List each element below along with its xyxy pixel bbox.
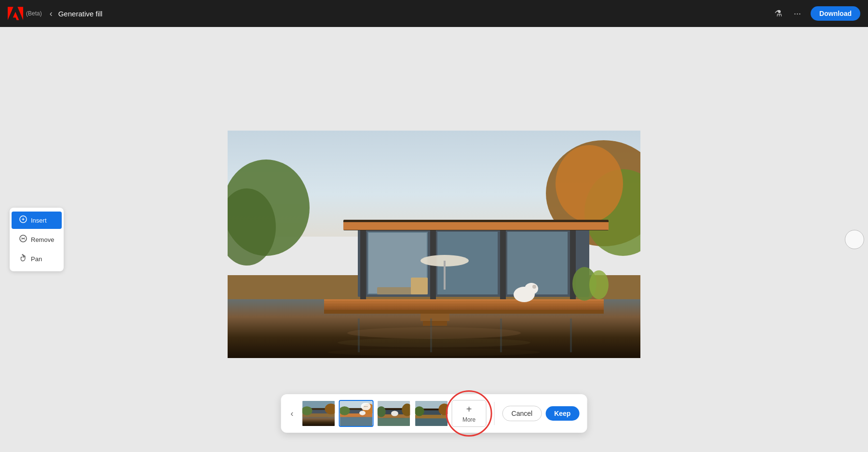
more-options-button[interactable]: ··· <box>792 7 803 21</box>
svg-point-41 <box>347 327 521 339</box>
insert-tool-icon <box>19 215 27 225</box>
thumbnail-1[interactable] <box>301 400 336 427</box>
ellipsis-icon: ··· <box>794 9 801 18</box>
svg-rect-13 <box>360 230 366 300</box>
page-title: Generative fill <box>58 10 773 18</box>
svg-rect-40 <box>570 319 572 352</box>
more-label: More <box>462 416 475 423</box>
svg-point-9 <box>556 145 623 222</box>
lab-icon-button[interactable]: ⚗ <box>773 6 784 21</box>
svg-rect-12 <box>343 222 609 230</box>
thumbnail-4[interactable] <box>414 400 449 427</box>
lab-icon: ⚗ <box>774 9 782 18</box>
remove-tool-button[interactable]: Remove <box>12 231 62 248</box>
svg-rect-34 <box>411 278 428 294</box>
svg-rect-33 <box>377 287 416 294</box>
svg-rect-27 <box>423 321 447 326</box>
cancel-button[interactable]: Cancel <box>502 406 542 421</box>
remove-tool-label: Remove <box>31 236 54 243</box>
svg-rect-26 <box>420 314 449 321</box>
pan-tool-icon <box>19 254 27 264</box>
thumbnail-3[interactable] <box>377 400 411 427</box>
svg-point-58 <box>359 411 366 415</box>
remove-tool-icon <box>19 235 27 244</box>
canvas-area <box>228 131 640 358</box>
keep-button[interactable]: Keep <box>545 406 579 421</box>
thumbnail-list: ··· <box>301 400 487 427</box>
back-button[interactable]: ‹ <box>50 9 53 18</box>
strip-action-buttons: Cancel Keep <box>502 406 580 421</box>
svg-point-43 <box>328 348 540 356</box>
svg-rect-22 <box>324 310 604 314</box>
pan-tool-label: Pan <box>31 255 42 263</box>
pan-tool-button[interactable]: Pan <box>12 250 62 267</box>
insert-tool-label: Insert <box>31 217 47 224</box>
strip-divider <box>494 402 495 425</box>
more-plus-icon: + <box>466 404 472 415</box>
svg-point-42 <box>338 338 530 347</box>
svg-rect-29 <box>444 261 446 290</box>
adobe-logo-icon <box>8 6 23 21</box>
main-image <box>228 131 640 358</box>
svg-point-66 <box>391 411 398 416</box>
more-button[interactable]: + More <box>452 400 487 427</box>
svg-rect-21 <box>324 299 604 310</box>
thumbnail-2-badge: ··· <box>361 403 370 410</box>
beta-badge: (Beta) <box>26 10 42 17</box>
svg-point-32 <box>532 285 536 289</box>
svg-rect-15 <box>500 230 506 300</box>
thumbnail-2[interactable]: ··· <box>339 400 374 427</box>
header-actions: ⚗ ··· Download <box>773 6 860 21</box>
bottom-thumbnail-strip: ‹ <box>281 394 587 433</box>
scroll-indicator <box>845 230 864 249</box>
svg-rect-19 <box>507 232 568 294</box>
main-canvas-area: Insert Remove Pan <box>0 27 868 452</box>
download-button[interactable]: Download <box>811 6 860 21</box>
svg-point-36 <box>589 270 609 299</box>
left-toolbar: Insert Remove Pan <box>10 208 64 271</box>
header: (Beta) ‹ Generative fill ⚗ ··· Download <box>0 0 868 27</box>
insert-tool-button[interactable]: Insert <box>12 212 62 229</box>
svg-point-31 <box>525 283 538 294</box>
strip-prev-button[interactable]: ‹ <box>289 407 296 421</box>
